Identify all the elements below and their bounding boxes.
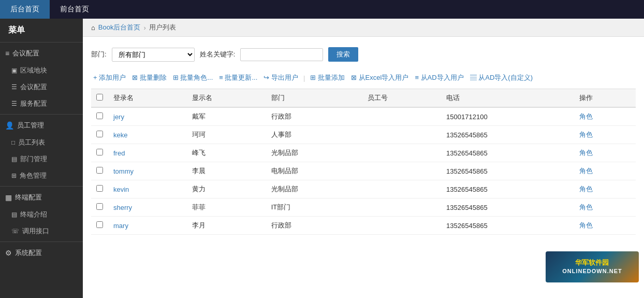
staff-icon: 👤 <box>5 121 14 130</box>
row-action[interactable]: 角色 <box>574 180 636 198</box>
row-login: sherry <box>108 198 187 217</box>
col-display: 显示名 <box>187 89 266 108</box>
action-role[interactable]: 角色 <box>579 167 593 175</box>
row-checkbox[interactable] <box>91 180 108 198</box>
row-select-checkbox[interactable] <box>96 112 103 119</box>
row-action[interactable]: 角色 <box>574 107 636 126</box>
row-checkbox[interactable] <box>91 144 108 162</box>
col-login: 登录名 <box>108 89 187 108</box>
col-phone: 电话 <box>441 89 574 108</box>
watermark: 华军软件园 ONLINEDOWN.NET <box>546 251 639 282</box>
meeting-icon: ≡ <box>5 49 9 58</box>
row-select-checkbox[interactable] <box>96 203 103 210</box>
row-phone: 13526545865 <box>441 198 574 217</box>
row-action[interactable]: 角色 <box>574 217 636 235</box>
sidebar-item-api[interactable]: ☏ 调用接口 <box>0 223 83 239</box>
sidebar-item-terminal-intro[interactable]: ▤ 终端介绍 <box>0 206 83 223</box>
import-ad-custom-button[interactable]: ▤ 从AD导入(自定义) <box>468 72 535 83</box>
import-excel-button[interactable]: ⊠ 从Excel导入用户 <box>349 72 411 83</box>
row-checkbox[interactable] <box>91 107 108 126</box>
action-role[interactable]: 角色 <box>579 221 593 229</box>
table-row: sherry 菲菲 IT部门 13526545865 角色 <box>91 198 636 217</box>
import-ad-button[interactable]: ≡ 从AD导入用户 <box>413 72 465 83</box>
row-action[interactable]: 角色 <box>574 162 636 180</box>
search-button[interactable]: 搜索 <box>328 47 358 62</box>
terminal-intro-icon: ▤ <box>11 211 17 218</box>
select-all-checkbox[interactable] <box>96 94 103 101</box>
row-empno <box>362 144 441 162</box>
row-checkbox[interactable] <box>91 198 108 217</box>
nav-item-backend[interactable]: 后台首页 <box>0 0 50 19</box>
row-empno <box>362 180 441 198</box>
export-user-button[interactable]: ↪ 导出用户 <box>261 72 300 83</box>
row-checkbox[interactable] <box>91 162 108 180</box>
col-dept: 部门 <box>266 89 362 108</box>
row-dept: 光制品部 <box>266 180 362 198</box>
row-select-checkbox[interactable] <box>96 221 103 228</box>
row-checkbox[interactable] <box>91 217 108 235</box>
nav-item-frontend[interactable]: 前台首页 <box>50 0 99 19</box>
action-role[interactable]: 角色 <box>579 131 593 138</box>
login-link[interactable]: tommy <box>113 167 134 175</box>
table-row: mary 李月 行政部 13526545865 角色 <box>91 217 636 235</box>
row-dept: IT部门 <box>266 198 362 217</box>
add-user-button[interactable]: + 添加用户 <box>91 72 128 83</box>
table-header-row: 登录名 显示名 部门 员工号 电话 操作 <box>91 89 636 108</box>
row-action[interactable]: 角色 <box>574 198 636 217</box>
staff-list-icon: □ <box>11 139 15 146</box>
batch-delete-button[interactable]: ⊠ 批量删除 <box>130 72 169 83</box>
terminal-icon: ▦ <box>5 193 12 202</box>
table-row: keke 珂珂 人事部 13526545865 角色 <box>91 126 636 144</box>
sidebar-item-staff-list[interactable]: □ 员工列表 <box>0 134 83 151</box>
row-select-checkbox[interactable] <box>96 131 103 137</box>
row-login: fred <box>108 144 187 162</box>
search-input[interactable] <box>240 48 323 61</box>
login-link[interactable]: fred <box>113 149 125 157</box>
dept-label: 部门: <box>91 50 107 59</box>
sidebar-title: 菜单 <box>0 19 83 40</box>
search-bar: 部门: 所有部门 行政部 人事部 光制品部 电制品部 IT部门 姓名关键字: 搜… <box>91 43 636 66</box>
batch-role-button[interactable]: ⊞ 批量角色... <box>171 72 215 83</box>
action-role[interactable]: 角色 <box>579 112 593 120</box>
row-display: 戴军 <box>187 107 266 126</box>
sidebar-item-role-manage[interactable]: ⊞ 角色管理 <box>0 167 83 184</box>
table-row: fred 峰飞 光制品部 13526545865 角色 <box>91 144 636 162</box>
sidebar-group-system[interactable]: ⚙ 系统配置 <box>0 244 83 262</box>
service-config-icon: ☰ <box>11 100 17 107</box>
action-role[interactable]: 角色 <box>579 149 593 157</box>
row-checkbox[interactable] <box>91 126 108 144</box>
sidebar-item-service-config[interactable]: ☰ 服务配置 <box>0 95 83 112</box>
row-select-checkbox[interactable] <box>96 149 103 155</box>
sidebar-group-staff[interactable]: 👤 员工管理 <box>0 117 83 134</box>
row-empno <box>362 126 441 144</box>
row-login: kevin <box>108 180 187 198</box>
row-select-checkbox[interactable] <box>96 185 103 192</box>
row-action[interactable]: 角色 <box>574 126 636 144</box>
sidebar-item-meeting-config[interactable]: ☰ 会议配置 <box>0 79 83 95</box>
row-select-checkbox[interactable] <box>96 167 103 174</box>
row-login: mary <box>108 217 187 235</box>
login-link[interactable]: kevin <box>113 186 129 193</box>
toolbar-separator: | <box>302 74 306 82</box>
row-login: jery <box>108 107 187 126</box>
table-row: kevin 黄力 光制品部 13526545865 角色 <box>91 180 636 198</box>
login-link[interactable]: keke <box>113 131 127 139</box>
row-display: 菲菲 <box>187 198 266 217</box>
sidebar-item-dept-manage[interactable]: ▤ 部门管理 <box>0 151 83 167</box>
batch-add-button[interactable]: ⊞ 批量添加 <box>308 72 347 83</box>
breadcrumb-home-link[interactable]: Book后台首页 <box>98 23 141 32</box>
batch-update-button[interactable]: ≡ 批量更新... <box>217 72 259 83</box>
sidebar-group-terminal[interactable]: ▦ 终端配置 <box>0 189 83 206</box>
dept-select[interactable]: 所有部门 行政部 人事部 光制品部 电制品部 IT部门 <box>112 48 195 62</box>
login-link[interactable]: jery <box>113 113 124 121</box>
action-role[interactable]: 角色 <box>579 185 593 193</box>
login-link[interactable]: sherry <box>113 204 132 211</box>
sidebar-item-area[interactable]: ▣ 区域地块 <box>0 62 83 79</box>
action-role[interactable]: 角色 <box>579 203 593 211</box>
sidebar-group-meeting[interactable]: ≡ 会议配置 <box>0 45 83 62</box>
row-display: 李晨 <box>187 162 266 180</box>
row-action[interactable]: 角色 <box>574 144 636 162</box>
row-phone: 15001712100 <box>441 107 574 126</box>
login-link[interactable]: mary <box>113 222 128 230</box>
row-dept: 行政部 <box>266 107 362 126</box>
